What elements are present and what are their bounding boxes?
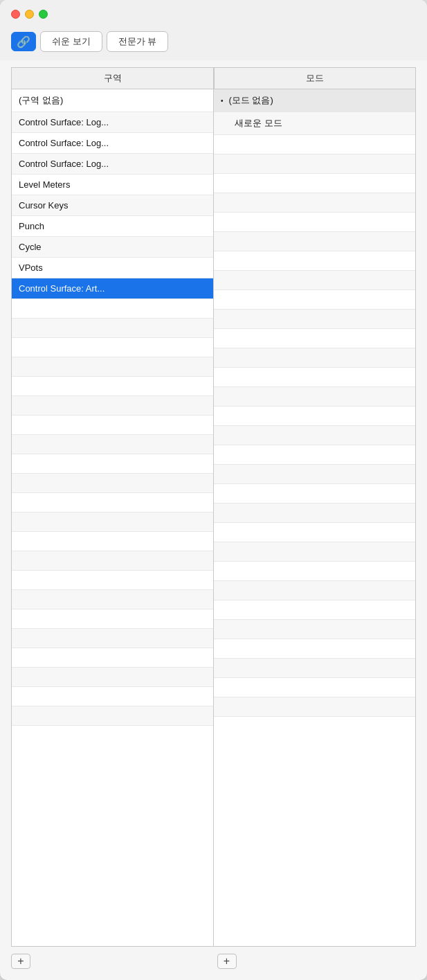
zone-list-empty-row xyxy=(12,357,213,377)
zone-list-empty-row xyxy=(12,706,213,726)
mode-list-empty-row xyxy=(214,620,415,639)
mode-list-empty-row xyxy=(214,310,415,329)
toolbar: 🔗 쉬운 보기 전문가 뷰 xyxy=(0,26,427,60)
zone-list-empty-row xyxy=(12,513,213,532)
easy-view-button[interactable]: 쉬운 보기 xyxy=(40,31,102,52)
maximize-button[interactable] xyxy=(39,10,48,19)
mode-list-empty-row xyxy=(214,426,415,445)
zone-list-item[interactable]: (구역 없음) xyxy=(12,89,213,112)
mode-list-empty-row xyxy=(214,368,415,387)
mode-list-empty-row xyxy=(214,678,415,697)
zone-list-item[interactable]: Control Surface: Log... xyxy=(12,133,213,154)
mode-list-empty-row xyxy=(214,154,415,174)
zone-list-empty-row xyxy=(12,299,213,319)
mode-list-empty-row xyxy=(214,251,415,271)
mode-list-item[interactable]: 새로운 모드 xyxy=(214,112,415,135)
zone-list-item[interactable]: Punch xyxy=(12,216,213,237)
zone-list-empty-row xyxy=(12,396,213,416)
mode-list-empty-row xyxy=(214,639,415,659)
main-content: 구역 (구역 없음)Control Surface: Log...Control… xyxy=(0,60,427,947)
right-footer: + xyxy=(210,954,417,969)
mode-list-empty-row xyxy=(214,135,415,154)
mode-list-empty-row xyxy=(214,562,415,581)
right-panel: 모드 •(모드 없음)새로운 모드 xyxy=(213,67,416,947)
zone-list-empty-row xyxy=(12,629,213,648)
zone-list-empty-row xyxy=(12,668,213,687)
mode-list-empty-row xyxy=(214,174,415,193)
zone-list-item[interactable]: Cursor Keys xyxy=(12,195,213,216)
mode-list-empty-row xyxy=(214,271,415,290)
left-panel-header: 구역 xyxy=(12,68,213,89)
zone-list-item[interactable]: Control Surface: Log... xyxy=(12,154,213,175)
mode-list-empty-row xyxy=(214,659,415,678)
mode-list-empty-row xyxy=(214,697,415,717)
left-footer: + xyxy=(11,954,210,969)
zone-list-empty-row xyxy=(12,648,213,668)
zone-list-empty-row xyxy=(12,435,213,454)
titlebar xyxy=(0,0,427,26)
zone-list-empty-row xyxy=(12,609,213,629)
mode-list-empty-row xyxy=(214,213,415,232)
zone-list-item[interactable]: Cycle xyxy=(12,237,213,258)
add-mode-button[interactable]: + xyxy=(217,954,237,969)
zone-list-item[interactable]: Level Meters xyxy=(12,175,213,195)
mode-list-item[interactable]: •(모드 없음) xyxy=(214,89,415,112)
zone-list-empty-row xyxy=(12,377,213,396)
mode-list-empty-row xyxy=(214,348,415,368)
mode-list-empty-row xyxy=(214,329,415,348)
zone-list-empty-row xyxy=(12,687,213,706)
mode-list-empty-row xyxy=(214,600,415,620)
zone-list: (구역 없음)Control Surface: Log...Control Su… xyxy=(12,89,213,946)
left-panel: 구역 (구역 없음)Control Surface: Log...Control… xyxy=(11,67,213,947)
zone-list-item[interactable]: Control Surface: Art... xyxy=(12,278,213,299)
mode-list-empty-row xyxy=(214,290,415,310)
mode-list-empty-row xyxy=(214,484,415,504)
mode-list: •(모드 없음)새로운 모드 xyxy=(214,89,415,946)
zone-list-empty-row xyxy=(12,590,213,609)
mode-list-empty-row xyxy=(214,542,415,562)
mode-list-empty-row xyxy=(214,523,415,542)
zone-list-item[interactable]: Control Surface: Log... xyxy=(12,112,213,133)
link-button[interactable]: 🔗 xyxy=(11,32,36,51)
expert-view-button[interactable]: 전문가 뷰 xyxy=(107,31,169,52)
mode-list-empty-row xyxy=(214,445,415,465)
mode-list-empty-row xyxy=(214,581,415,600)
minimize-button[interactable] xyxy=(25,10,34,19)
mode-list-empty-row xyxy=(214,387,415,407)
mode-list-empty-row xyxy=(214,504,415,523)
zone-list-empty-row xyxy=(12,571,213,590)
mode-list-empty-row xyxy=(214,232,415,251)
zone-list-item[interactable]: VPots xyxy=(12,258,213,278)
close-button[interactable] xyxy=(11,10,20,19)
zone-list-empty-row xyxy=(12,474,213,493)
zone-list-empty-row xyxy=(12,532,213,551)
zone-list-empty-row xyxy=(12,493,213,513)
footer: + + xyxy=(0,947,427,980)
zone-list-empty-row xyxy=(12,551,213,571)
mode-label: (모드 없음) xyxy=(229,94,273,107)
add-zone-button[interactable]: + xyxy=(11,954,30,969)
bullet-icon: • xyxy=(221,97,224,105)
traffic-lights xyxy=(11,10,48,19)
zone-list-empty-row xyxy=(12,319,213,338)
zone-list-empty-row xyxy=(12,454,213,474)
right-panel-header: 모드 xyxy=(214,68,415,89)
mode-label: 새로운 모드 xyxy=(235,117,282,130)
mode-list-empty-row xyxy=(214,465,415,484)
main-window: 🔗 쉬운 보기 전문가 뷰 구역 (구역 없음)Control Surface:… xyxy=(0,0,427,980)
zone-list-empty-row xyxy=(12,416,213,435)
mode-list-empty-row xyxy=(214,407,415,426)
zone-list-empty-row xyxy=(12,338,213,357)
mode-list-empty-row xyxy=(214,193,415,213)
